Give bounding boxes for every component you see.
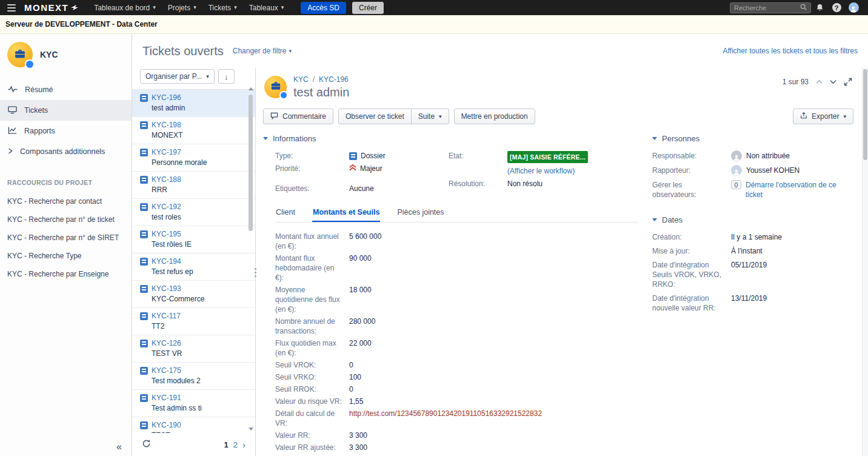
next-ticket-icon[interactable] <box>830 79 836 84</box>
sidebar-item-composants-additionnels[interactable]: Composants additionnels <box>0 141 132 162</box>
watchers-label: Gérer les observateurs: <box>652 180 731 200</box>
search-box[interactable] <box>730 2 811 13</box>
ticket-key-link[interactable]: KYC-197 <box>152 148 181 156</box>
tab-pieces-jointes[interactable]: Pièces jointes <box>396 206 444 222</box>
ticket-key-link[interactable]: KYC-188 <box>152 175 181 184</box>
breadcrumb-title-block: KYC / KYC-196 test admin <box>293 74 349 99</box>
ticket-summary: test admin <box>152 104 244 112</box>
pagination-page-2[interactable]: 2 <box>233 440 238 449</box>
comment-button[interactable]: Commentaire <box>263 109 333 124</box>
ticket-list-item[interactable]: KYC-117 TT2 <box>132 308 255 335</box>
ticket-list-item[interactable]: KYC-193 KYC-Commerce <box>132 281 255 308</box>
informations-section-header[interactable]: Informations <box>263 134 638 143</box>
ticket-list-item[interactable]: KYC-188 RRR <box>132 172 255 199</box>
notifications-bell-icon[interactable] <box>811 4 828 12</box>
shortcut-recherche-contact[interactable]: KYC - Recherche par contact <box>0 192 132 210</box>
ticket-key-link[interactable]: KYC-191 <box>152 394 181 402</box>
search-input[interactable] <box>734 4 796 12</box>
list-scrollbar-thumb[interactable] <box>249 95 253 231</box>
ticket-key-link[interactable]: KYC-193 <box>152 284 181 293</box>
updated-row: Mise à jour: À l'instant <box>652 246 853 256</box>
user-avatar[interactable] <box>845 2 862 13</box>
project-header[interactable]: KYC <box>0 42 132 79</box>
ticket-list-item[interactable]: KYC-198 MONEXT <box>132 117 255 144</box>
scroll-down-icon[interactable] <box>249 428 253 431</box>
sidebar-item-resume[interactable]: Résumé <box>0 79 132 100</box>
watchers-count-badge[interactable]: 0 <box>731 180 741 189</box>
ticket-key-link[interactable]: KYC-195 <box>152 230 181 238</box>
field-label: Détail du calcul de VR: <box>275 409 349 428</box>
field-row: Seuil RROK: 0 <box>275 384 638 394</box>
previous-ticket-icon[interactable] <box>816 79 823 84</box>
shortcut-recherche-enseigne[interactable]: KYC - Recherche par Enseigne <box>0 265 132 283</box>
question-mark-icon <box>832 3 841 12</box>
sidebar-item-rapports[interactable]: Rapports <box>0 121 132 141</box>
sort-direction-button[interactable] <box>218 69 235 84</box>
ticket-key-link[interactable]: KYC-126 <box>152 339 181 347</box>
ticket-key-link[interactable]: KYC-175 <box>152 366 181 375</box>
detail-aside-column: Personnes Responsable: Non attribuée Rap… <box>652 134 853 456</box>
people-section-header[interactable]: Personnes <box>652 134 853 143</box>
hamburger-menu-icon[interactable] <box>2 0 21 15</box>
ticket-key-link[interactable]: KYC-117 <box>152 312 181 320</box>
assignee-value: Non attribuée <box>746 151 790 161</box>
page-scrollbar-thumb[interactable] <box>863 69 867 160</box>
ticket-list-item[interactable]: KYC-195 Test rôles IE <box>132 226 255 253</box>
field-label: Nombre annuel de transactions: <box>275 317 349 336</box>
document-icon <box>140 421 148 429</box>
scroll-up-icon[interactable] <box>249 87 253 90</box>
ticket-list-item[interactable]: KYC-191 Test admin ss ti <box>132 390 255 417</box>
ticket-summary: Test rôles IE <box>152 240 244 249</box>
start-watching-link[interactable]: Démarre l'observation de ce ticket <box>746 180 853 200</box>
shortcut-recherche-siret[interactable]: KYC - Recherche par n° de SIRET <box>0 229 132 247</box>
expand-icon[interactable] <box>844 78 852 86</box>
dates-section-header[interactable]: Dates <box>652 215 853 224</box>
ticket-list-item[interactable]: KYC-196 test admin <box>132 90 255 117</box>
refresh-icon[interactable] <box>142 439 151 450</box>
more-actions-button[interactable]: Suite <box>412 109 449 124</box>
sidebar-item-tickets[interactable]: Tickets <box>0 100 132 121</box>
sort-by-button[interactable]: Organiser par P... <box>140 69 215 84</box>
ticket-key-link[interactable]: KYC-192 <box>152 203 181 211</box>
export-button[interactable]: Exporter <box>793 109 853 124</box>
sidebar-collapse-icon[interactable] <box>116 441 122 452</box>
ticket-key-link[interactable]: KYC-198 <box>152 121 181 129</box>
ticket-list-item[interactable]: KYC-190 TEST <box>132 417 255 433</box>
show-all-tickets-link[interactable]: Afficher toutes les tickets et tous les … <box>723 47 858 55</box>
breadcrumb-ticket-link[interactable]: KYC-196 <box>319 75 349 84</box>
panel-resize-handle[interactable] <box>253 268 258 277</box>
tab-client[interactable]: Client <box>275 206 296 222</box>
ticket-key-link[interactable]: KYC-190 <box>152 421 181 429</box>
ticket-key-link[interactable]: KYC-194 <box>152 257 181 266</box>
nav-tableaux-de-bord[interactable]: Tableaux de bord <box>88 0 162 15</box>
show-workflow-link[interactable]: (Afficher le workflow) <box>507 166 575 176</box>
ticket-list-item[interactable]: KYC-192 test roles <box>132 199 255 226</box>
ticket-list-item[interactable]: KYC-175 Test modules 2 <box>132 363 255 390</box>
nav-tableaux[interactable]: Tableaux <box>243 0 290 15</box>
pagination-page-1[interactable]: 1 <box>224 440 229 449</box>
watch-ticket-button[interactable]: Observer ce ticket <box>338 109 412 124</box>
nav-projets[interactable]: Projets <box>162 0 202 15</box>
ticket-summary: KYC-Commerce <box>152 295 244 303</box>
breadcrumb-project-link[interactable]: KYC <box>293 75 309 84</box>
ticket-key-link[interactable]: KYC-196 <box>152 93 181 102</box>
next-page-icon[interactable] <box>242 440 245 450</box>
nav-tickets[interactable]: Tickets <box>202 0 243 15</box>
shortcut-recherche-ticket[interactable]: KYC - Recherche par n° de ticket <box>0 210 132 229</box>
integration-date-row: Date d'intégration Seuils VROK, VRKO, RR… <box>652 260 853 289</box>
watchers-row: Gérer les observateurs: 0 Démarre l'obse… <box>652 180 853 200</box>
acces-sd-button[interactable]: Accès SD <box>301 2 346 14</box>
create-button[interactable]: Créer <box>352 2 384 14</box>
field-value-url-link[interactable]: http://test.com/123456789012342019110516… <box>349 409 542 418</box>
ticket-list-item[interactable]: KYC-126 TEST VR <box>132 335 255 363</box>
change-filter-link[interactable]: Changer de filtre <box>233 47 292 55</box>
ticket-list-item[interactable]: KYC-197 Personne morale <box>132 144 255 172</box>
put-in-production-button[interactable]: Mettre en production <box>454 109 535 124</box>
tab-montants-et-seuils[interactable]: Montants et Seuils <box>312 206 380 222</box>
page-title: Tickets ouverts <box>142 44 224 58</box>
ticket-list-item[interactable]: KYC-194 Test refus ep <box>132 253 255 281</box>
avatar-badge-icon <box>279 91 288 99</box>
help-icon[interactable] <box>828 3 845 12</box>
shortcut-recherche-type[interactable]: KYC - Recherche Type <box>0 247 132 265</box>
monext-logo[interactable]: MONEXT <box>24 2 79 13</box>
